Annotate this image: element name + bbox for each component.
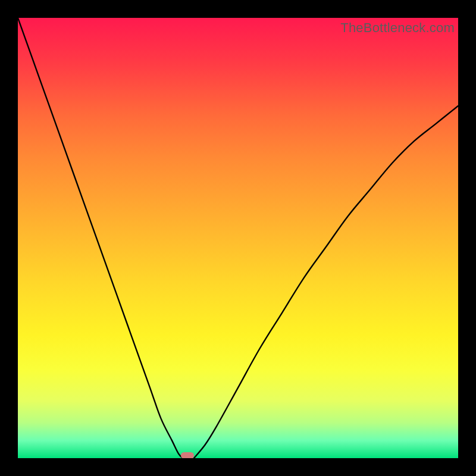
chart-plot-area: TheBottleneck.com — [18, 18, 458, 458]
bottleneck-curve — [18, 18, 458, 458]
optimal-marker — [181, 452, 194, 458]
curve-right — [194, 106, 458, 458]
curve-left — [18, 18, 183, 458]
chart-frame: TheBottleneck.com — [0, 0, 476, 476]
